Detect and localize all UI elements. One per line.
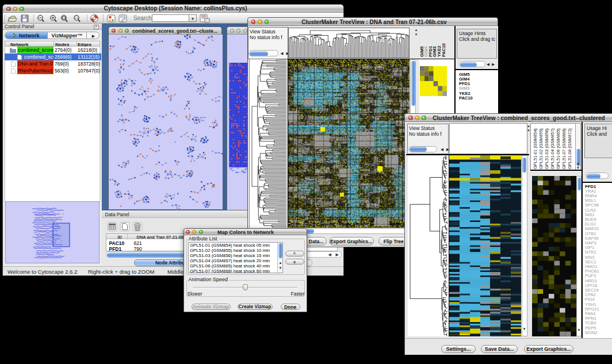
svg-text:1:1: 1:1 — [75, 17, 79, 20]
